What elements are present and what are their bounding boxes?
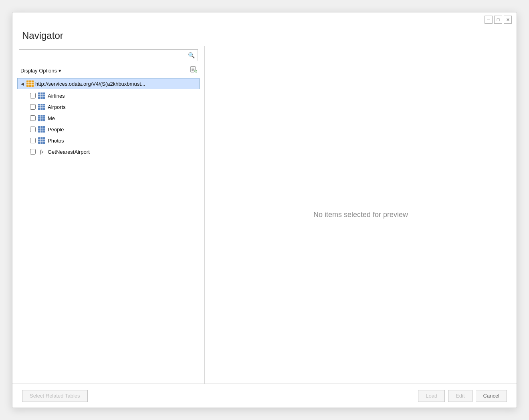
airports-table-icon bbox=[38, 104, 45, 110]
getnearestairport-checkbox[interactable] bbox=[30, 149, 36, 155]
select-related-tables-button[interactable]: Select Related Tables bbox=[22, 390, 88, 402]
list-item[interactable]: Photos bbox=[16, 135, 201, 146]
right-panel: No items selected for preview bbox=[205, 46, 517, 384]
navigator-window: ─ □ ✕ Navigator 🔍 Display Options ▾ bbox=[12, 12, 517, 408]
display-options-label: Display Options bbox=[20, 68, 57, 74]
search-box: 🔍 bbox=[19, 49, 198, 61]
photos-table-icon bbox=[38, 137, 45, 144]
title-bar-controls: ─ □ ✕ bbox=[485, 16, 512, 24]
photos-label: Photos bbox=[48, 138, 64, 144]
list-item[interactable]: Airports bbox=[16, 101, 201, 113]
page-title: Navigator bbox=[12, 27, 517, 46]
edit-button[interactable]: Edit bbox=[448, 390, 472, 402]
people-table-icon bbox=[38, 126, 45, 133]
display-options-button[interactable]: Display Options ▾ bbox=[19, 67, 63, 74]
list-item[interactable]: fx GetNearestAirport bbox=[16, 146, 201, 157]
no-preview-text: No items selected for preview bbox=[313, 211, 408, 219]
people-checkbox[interactable] bbox=[30, 127, 36, 132]
search-input[interactable] bbox=[19, 49, 198, 61]
airports-label: Airports bbox=[48, 104, 66, 110]
display-options-arrow: ▾ bbox=[59, 68, 61, 74]
svg-rect-6 bbox=[26, 80, 34, 87]
search-icon: 🔍 bbox=[188, 52, 195, 58]
footer-left: Select Related Tables bbox=[22, 390, 88, 402]
tree-area: ◀ http://services.odata.org/V4/(S(a2khbu… bbox=[12, 78, 204, 384]
list-item[interactable]: Airlines bbox=[16, 90, 201, 101]
refresh-icon bbox=[190, 66, 197, 73]
display-options-bar: Display Options ▾ bbox=[12, 64, 204, 78]
close-button[interactable]: ✕ bbox=[504, 16, 512, 24]
left-panel: 🔍 Display Options ▾ bbox=[12, 46, 205, 384]
airlines-checkbox[interactable] bbox=[30, 93, 36, 98]
function-icon: fx bbox=[38, 149, 45, 155]
list-item[interactable]: People bbox=[16, 124, 201, 135]
collapse-arrow-icon: ◀ bbox=[21, 82, 24, 86]
me-label: Me bbox=[48, 115, 55, 121]
airlines-table-icon bbox=[38, 92, 45, 99]
tree-root-item[interactable]: ◀ http://services.odata.org/V4/(S(a2khbu… bbox=[17, 78, 200, 89]
airlines-label: Airlines bbox=[48, 93, 65, 99]
airports-checkbox[interactable] bbox=[30, 104, 36, 110]
svg-rect-21 bbox=[38, 115, 45, 121]
title-bar: ─ □ ✕ bbox=[12, 12, 517, 27]
people-label: People bbox=[48, 127, 64, 133]
svg-rect-11 bbox=[38, 92, 45, 99]
getnearestairport-label: GetNearestAirport bbox=[48, 149, 90, 155]
cancel-button[interactable]: Cancel bbox=[476, 390, 507, 402]
maximize-button[interactable]: □ bbox=[494, 16, 502, 24]
footer: Select Related Tables Load Edit Cancel bbox=[12, 384, 517, 408]
me-checkbox[interactable] bbox=[30, 115, 36, 121]
svg-rect-26 bbox=[38, 126, 45, 133]
search-area: 🔍 bbox=[12, 46, 204, 64]
svg-rect-31 bbox=[38, 137, 45, 144]
footer-right: Load Edit Cancel bbox=[418, 390, 507, 402]
list-item[interactable]: Me bbox=[16, 113, 201, 124]
refresh-icon-button[interactable] bbox=[189, 65, 198, 76]
svg-rect-16 bbox=[38, 104, 45, 110]
photos-checkbox[interactable] bbox=[30, 138, 36, 143]
me-table-icon bbox=[38, 115, 45, 121]
load-button[interactable]: Load bbox=[418, 390, 445, 402]
root-table-icon bbox=[26, 80, 34, 87]
root-label: http://services.odata.org/V4/(S(a2khbuxb… bbox=[35, 81, 145, 87]
minimize-button[interactable]: ─ bbox=[485, 16, 493, 24]
content-area: 🔍 Display Options ▾ bbox=[12, 46, 517, 384]
